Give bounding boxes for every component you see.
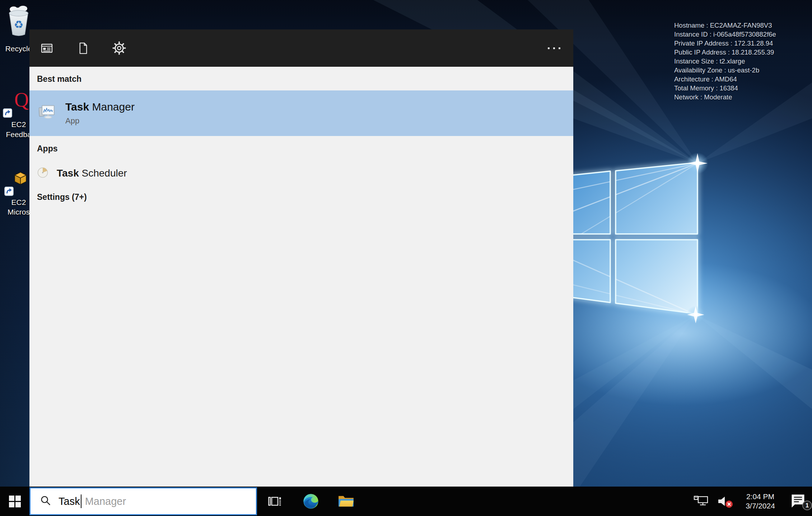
instance-info-line: Instance ID : i-065a48f5730882f6e bbox=[674, 30, 776, 39]
task-manager-icon bbox=[39, 105, 55, 122]
instance-info-line: Architecture : AMD64 bbox=[674, 75, 776, 84]
taskbar-clock[interactable]: 2:04 PM 3/7/2024 bbox=[742, 492, 779, 511]
instance-info: Hostname : EC2AMAZ-FAN98V3Instance ID : … bbox=[674, 21, 776, 102]
recycle-symbol-icon: ♻ bbox=[14, 19, 24, 30]
search-suggestion-text: Manager bbox=[85, 496, 126, 507]
apps-header: Apps bbox=[37, 144, 58, 154]
clock-date: 3/7/2024 bbox=[742, 501, 779, 511]
shortcut-arrow-icon bbox=[4, 187, 14, 196]
search-filter-bar bbox=[29, 29, 573, 67]
task-view-icon bbox=[267, 494, 282, 508]
search-typed-text: Task bbox=[59, 496, 80, 507]
search-panel: Best match bbox=[29, 29, 573, 487]
result-title: Task Scheduler bbox=[57, 168, 127, 179]
result-task-scheduler[interactable]: Task Scheduler bbox=[29, 160, 573, 187]
settings-header: Settings (7+) bbox=[37, 192, 87, 202]
shortcut-arrow-icon bbox=[3, 108, 12, 118]
notification-badge: 1 bbox=[802, 501, 812, 510]
task-view-button[interactable] bbox=[261, 487, 288, 516]
text-caret bbox=[81, 494, 81, 508]
result-task-manager[interactable]: Task Manager App bbox=[29, 90, 573, 136]
file-explorer-button[interactable] bbox=[332, 487, 360, 516]
clock-time: 2:04 PM bbox=[742, 492, 779, 501]
documents-filter-icon[interactable] bbox=[76, 41, 90, 55]
ec2-feedback-icon: Q bbox=[14, 90, 29, 110]
instance-info-line: Public IP Address : 18.218.255.39 bbox=[674, 48, 776, 57]
system-tray: 2:04 PM 3/7/2024 1 bbox=[694, 487, 809, 516]
search-results: Best match bbox=[29, 67, 573, 487]
search-icon bbox=[40, 495, 51, 508]
windows-start-icon bbox=[9, 496, 21, 507]
instance-info-line: Instance Size : t2.xlarge bbox=[674, 57, 776, 66]
taskbar: Task Manager bbox=[0, 487, 812, 516]
instance-info-line: Network : Moderate bbox=[674, 93, 776, 102]
edge-browser-button[interactable] bbox=[297, 487, 325, 516]
apps-filter-icon[interactable] bbox=[39, 41, 54, 55]
result-subtitle: App bbox=[65, 116, 135, 126]
start-button[interactable] bbox=[0, 487, 29, 516]
instance-info-line: Hostname : EC2AMAZ-FAN98V3 bbox=[674, 21, 776, 30]
instance-info-line: Availability Zone : us-east-2b bbox=[674, 66, 776, 75]
network-icon[interactable] bbox=[694, 495, 709, 507]
aws-cube-icon bbox=[14, 172, 27, 187]
edge-icon bbox=[303, 493, 319, 510]
task-scheduler-icon bbox=[37, 167, 48, 180]
instance-info-line: Private IP Address : 172.31.28.94 bbox=[674, 39, 776, 48]
taskbar-search-input[interactable]: Task Manager bbox=[29, 487, 257, 515]
result-title: Task Manager bbox=[65, 101, 135, 113]
settings-filter-icon[interactable] bbox=[112, 41, 126, 55]
action-center-icon[interactable]: 1 bbox=[787, 490, 809, 512]
best-match-header: Best match bbox=[37, 74, 81, 84]
instance-info-line: Total Memory : 16384 bbox=[674, 84, 776, 93]
desktop: ♻ Recycle Q EC2 Feedba bbox=[0, 0, 812, 516]
volume-muted-icon[interactable] bbox=[717, 494, 734, 508]
file-explorer-icon bbox=[338, 494, 354, 508]
ellipsis-icon[interactable] bbox=[548, 29, 560, 67]
